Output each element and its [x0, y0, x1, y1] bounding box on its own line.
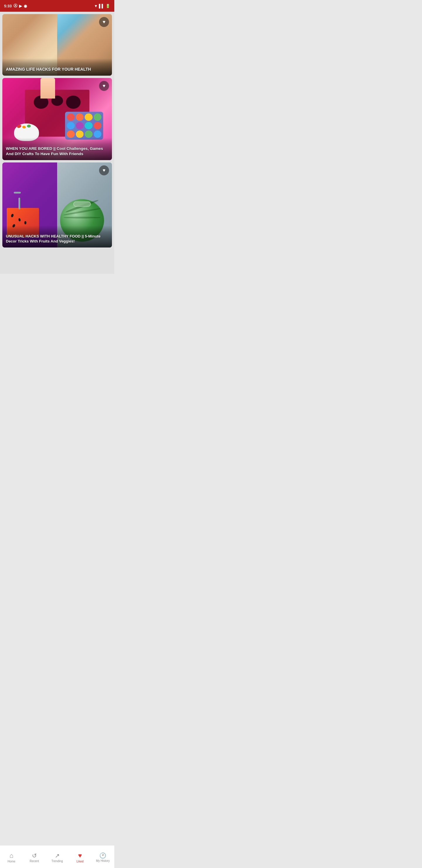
- a-icon: Ⓐ: [13, 3, 17, 8]
- video-card-1[interactable]: ♥ AMAZING LIFE HACKS FOR YOUR HEALTH: [2, 14, 112, 76]
- stripe-3: [64, 217, 100, 218]
- bubble-3: [85, 114, 93, 121]
- straw-top: [14, 192, 21, 193]
- video-card-2[interactable]: ♥ WHEN YOU ARE BORED || Cool Challenges,…: [2, 78, 112, 160]
- time-display: 5:33: [4, 4, 12, 8]
- card-overlay-1: AMAZING LIFE HACKS FOR YOUR HEALTH: [2, 58, 112, 76]
- card-title-2: WHEN YOU ARE BORED || Cool Challenges, G…: [6, 146, 108, 157]
- card-overlay-3: UNUSUAL HACKS WITH HEALTHY FOOD || 5-Min…: [2, 225, 112, 248]
- content-area: ♥ AMAZING LIFE HACKS FOR YOUR HEALTH: [0, 12, 114, 274]
- gummy-1: [17, 124, 22, 129]
- status-bar: 5:33 Ⓐ ▶ ◉ ▼ ▌▌ 🔋: [0, 0, 114, 12]
- card-title-3: UNUSUAL HACKS WITH HEALTHY FOOD || 5-Min…: [6, 234, 108, 244]
- status-left: 5:33 Ⓐ ▶ ◉: [4, 3, 27, 8]
- bubble-9: [67, 130, 75, 138]
- video-card-3[interactable]: ♥ UNUSUAL HACKS WITH HEALTHY FOOD || 5-M…: [2, 162, 112, 248]
- heart-icon-3: ♥: [103, 168, 105, 173]
- bubble-7: [85, 122, 93, 129]
- gummy-2: [22, 125, 26, 129]
- signal-icon: ▌▌: [99, 4, 104, 8]
- seed-1: [10, 214, 14, 218]
- card-overlay-2: WHEN YOU ARE BORED || Cool Challenges, G…: [2, 138, 112, 160]
- battery-icon: 🔋: [105, 4, 110, 8]
- status-right: ▼ ▌▌ 🔋: [94, 4, 110, 8]
- bubble-2: [76, 114, 84, 121]
- like-button-1[interactable]: ♥: [99, 17, 109, 27]
- bubble-1: [67, 114, 75, 121]
- heart-icon-2: ♥: [103, 84, 105, 88]
- card-title-1: AMAZING LIFE HACKS FOR YOUR HEALTH: [6, 67, 108, 72]
- gummy-3: [27, 125, 31, 128]
- bubble-10: [76, 130, 84, 138]
- can-ring: [73, 202, 91, 207]
- bubble-12: [94, 130, 102, 138]
- bubble-8: [94, 122, 102, 129]
- bubble-6: [76, 122, 84, 129]
- bubble-4: [94, 114, 102, 121]
- like-button-3[interactable]: ♥: [99, 165, 109, 175]
- hand-decoration: [40, 78, 55, 98]
- pop-it-toy: [65, 112, 103, 140]
- bubble-5: [67, 122, 75, 129]
- headphones-icon: ◉: [24, 4, 27, 8]
- seed-2: [18, 218, 21, 221]
- seed-4: [24, 221, 26, 224]
- box-hole-right: [66, 96, 80, 109]
- straw: [19, 198, 20, 209]
- bubble-11: [85, 130, 93, 138]
- youtube-icon: ▶: [19, 4, 22, 8]
- wifi-icon: ▼: [94, 4, 98, 8]
- heart-icon-1: ♥: [103, 20, 105, 24]
- like-button-2[interactable]: ♥: [99, 81, 109, 91]
